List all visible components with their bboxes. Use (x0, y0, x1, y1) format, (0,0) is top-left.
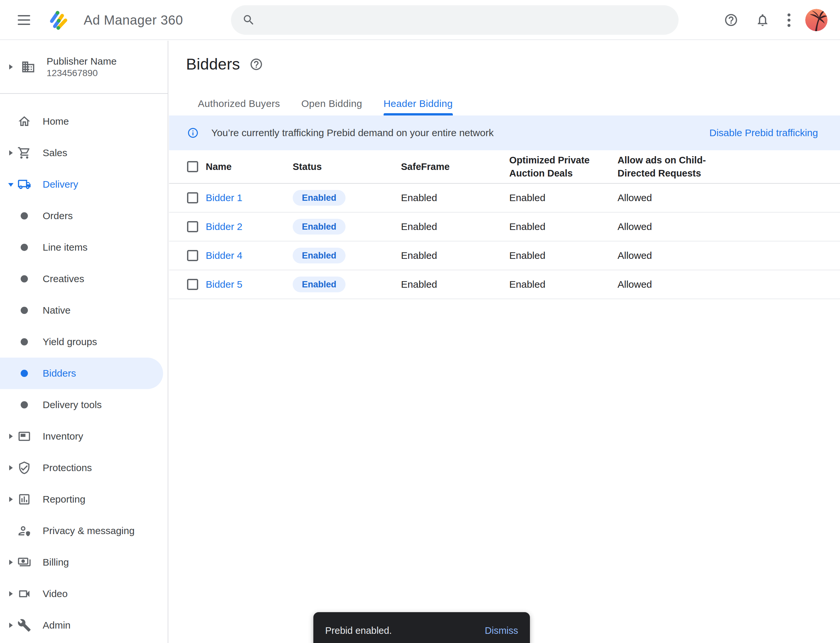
nav-items: Home Sales Delivery Orders (0, 94, 168, 641)
dismiss-button[interactable]: Dismiss (485, 625, 518, 636)
table-row: Bidder 5 Enabled Enabled Enabled Allowed (169, 270, 840, 299)
sidebar-item-delivery[interactable]: Delivery (0, 169, 168, 200)
bidder-link[interactable]: Bidder 2 (206, 221, 293, 232)
table-row: Bidder 2 Enabled Enabled Enabled Allowed (169, 212, 840, 242)
publisher-id: 1234567890 (47, 68, 116, 79)
cart-icon (17, 146, 31, 160)
disable-prebid-trafficking-link[interactable]: Disable Prebid trafficking (709, 127, 818, 139)
sidebar-item-bidders[interactable]: Bidders (0, 357, 163, 389)
expand-arrow-icon (8, 433, 14, 440)
tab-open-bidding[interactable]: Open Bidding (301, 92, 362, 116)
info-icon (187, 127, 199, 139)
bullet-icon (17, 240, 31, 254)
child-directed-value: Allowed (618, 279, 840, 290)
column-header-optimized-private-auction-deals: Optimized Private Auction Deals (509, 153, 598, 180)
sidebar-item-inventory[interactable]: Inventory (0, 421, 168, 452)
shield-check-icon (17, 461, 31, 475)
row-checkbox[interactable] (187, 221, 198, 232)
publisher-switcher[interactable]: Publisher Name 1234567890 (0, 41, 168, 94)
sidebar-item-home[interactable]: Home (0, 106, 168, 137)
sidebar-item-orders[interactable]: Orders (0, 200, 168, 232)
bullet-icon (17, 398, 31, 412)
sidebar-item-sales[interactable]: Sales (0, 137, 168, 169)
column-header-safeframe: SafeFrame (401, 160, 509, 173)
expand-arrow-icon (8, 464, 14, 472)
row-checkbox[interactable] (187, 279, 198, 290)
row-checkbox[interactable] (187, 250, 198, 261)
sidebar-item-video[interactable]: Video (0, 578, 168, 610)
child-directed-value: Allowed (618, 192, 840, 203)
row-checkbox[interactable] (187, 192, 198, 203)
user-avatar[interactable] (805, 9, 827, 31)
table-row: Bidder 1 Enabled Enabled Enabled Allowed (169, 184, 840, 212)
bidder-link[interactable]: Bidder 4 (206, 250, 293, 261)
select-all-checkbox[interactable] (187, 161, 198, 172)
sidebar-item-reporting[interactable]: Reporting (0, 483, 168, 515)
column-header-status: Status (293, 160, 401, 173)
column-header-child-directed: Allow ads on Child-Directed Requests (618, 153, 716, 180)
sidebar-item-protections[interactable]: Protections (0, 452, 168, 483)
collapse-arrow-icon (8, 181, 14, 188)
tab-bar: Authorized Buyers Open Bidding Header Bi… (169, 92, 840, 116)
table-header-row: Name Status SafeFrame Optimized Private … (169, 150, 840, 184)
column-header-name: Name (206, 160, 293, 173)
tab-header-bidding[interactable]: Header Bidding (384, 92, 453, 116)
expand-arrow-icon (8, 496, 14, 503)
search-icon (242, 13, 255, 26)
opad-value: Enabled (509, 221, 618, 232)
sidebar-item-delivery-tools[interactable]: Delivery tools (0, 389, 168, 421)
bidders-table: Name Status SafeFrame Optimized Private … (169, 150, 840, 299)
expand-arrow-icon (8, 149, 14, 157)
safeframe-value: Enabled (401, 250, 509, 261)
expand-arrow-icon (8, 63, 14, 70)
status-badge[interactable]: Enabled (293, 277, 345, 292)
page-header: Bidders (186, 55, 263, 73)
videocam-icon (17, 587, 31, 601)
building-icon (21, 60, 36, 74)
help-icon[interactable] (724, 13, 738, 27)
sidebar-item-creatives[interactable]: Creatives (0, 263, 168, 295)
topbar-actions (724, 0, 840, 40)
expand-arrow-icon (8, 622, 14, 629)
sidebar-item-line-items[interactable]: Line items (0, 232, 168, 263)
more-options-icon[interactable] (787, 13, 791, 27)
sidebar-item-admin[interactable]: Admin (0, 610, 168, 641)
snackbar-message: Prebid enabled. (325, 625, 392, 636)
bullet-icon (17, 272, 31, 286)
notifications-bell-icon[interactable] (755, 13, 770, 27)
status-badge[interactable]: Enabled (293, 219, 345, 235)
child-directed-value: Allowed (618, 250, 840, 261)
bullet-icon (17, 304, 31, 317)
search-input[interactable] (231, 5, 678, 35)
ad-manager-app: Ad Manager 360 (0, 0, 840, 643)
sidebar-item-privacy-messaging[interactable]: Privacy & messaging (0, 515, 168, 547)
table-row: Bidder 4 Enabled Enabled Enabled Allowed (169, 242, 840, 270)
bidder-link[interactable]: Bidder 1 (206, 192, 293, 203)
bidder-link[interactable]: Bidder 5 (206, 279, 293, 290)
status-badge[interactable]: Enabled (293, 190, 345, 206)
prebid-info-banner: You’re currently trafficking Prebid dema… (169, 116, 840, 150)
sidebar-item-billing[interactable]: Billing (0, 547, 168, 578)
safeframe-value: Enabled (401, 192, 509, 203)
product-name: Ad Manager 360 (84, 0, 183, 40)
wrench-icon (17, 619, 31, 632)
sidebar-item-yield-groups[interactable]: Yield groups (0, 326, 168, 357)
bullet-icon (17, 366, 31, 380)
top-app-bar: Ad Manager 360 (0, 0, 840, 40)
tab-authorized-buyers[interactable]: Authorized Buyers (198, 92, 280, 116)
status-badge[interactable]: Enabled (293, 248, 345, 263)
safeframe-value: Enabled (401, 221, 509, 232)
safeframe-value: Enabled (401, 279, 509, 290)
publisher-name: Publisher Name (47, 55, 116, 68)
sidebar-nav: Publisher Name 1234567890 Home Sales (0, 41, 168, 643)
opad-value: Enabled (509, 279, 618, 290)
menu-icon[interactable] (18, 13, 30, 26)
snackbar: Prebid enabled. Dismiss (313, 612, 530, 643)
expand-arrow-icon (8, 590, 14, 597)
sidebar-item-native[interactable]: Native (0, 295, 168, 326)
home-icon (17, 114, 31, 128)
page-title: Bidders (186, 55, 240, 73)
page-help-icon[interactable] (249, 57, 263, 71)
truck-icon (17, 178, 31, 191)
child-directed-value: Allowed (618, 221, 840, 232)
